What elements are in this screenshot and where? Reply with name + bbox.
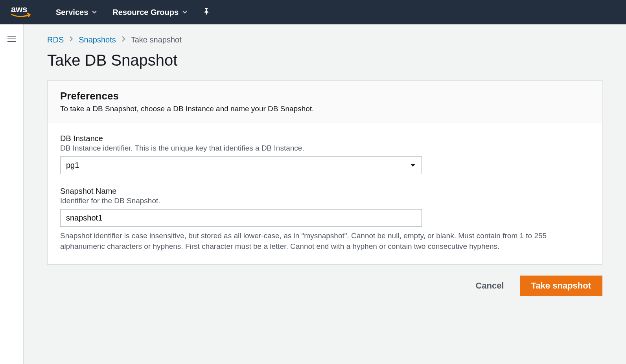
preferences-panel: Preferences To take a DB Snapshot, choos… bbox=[47, 80, 602, 265]
actions-row: Cancel Take snapshot bbox=[47, 276, 602, 296]
breadcrumb: RDS Snapshots Take snapshot bbox=[47, 35, 602, 44]
top-navigation: aws Services Resource Groups bbox=[0, 0, 626, 24]
page-title: Take DB Snapshot bbox=[47, 51, 602, 69]
chevron-down-icon bbox=[182, 9, 187, 15]
db-instance-label: DB Instance bbox=[60, 134, 589, 143]
db-instance-group: DB Instance DB Instance identifier. This… bbox=[60, 134, 589, 174]
snapshot-name-constraint: Snapshot identifier is case insensitive,… bbox=[60, 231, 589, 252]
nav-services-label: Services bbox=[56, 8, 88, 17]
breadcrumb-current: Take snapshot bbox=[131, 35, 182, 44]
snapshot-name-input[interactable] bbox=[60, 209, 422, 227]
preferences-description: To take a DB Snapshot, choose a DB Insta… bbox=[60, 105, 589, 113]
cancel-button[interactable]: Cancel bbox=[468, 276, 512, 296]
take-snapshot-button[interactable]: Take snapshot bbox=[520, 276, 602, 296]
nav-services[interactable]: Services bbox=[56, 8, 97, 17]
hamburger-icon[interactable] bbox=[7, 34, 16, 364]
svg-text:aws: aws bbox=[11, 4, 28, 14]
db-instance-select-wrap: pg1 bbox=[60, 156, 422, 174]
aws-logo[interactable]: aws bbox=[11, 4, 40, 21]
layout: RDS Snapshots Take snapshot Take DB Snap… bbox=[0, 24, 626, 364]
main-content: RDS Snapshots Take snapshot Take DB Snap… bbox=[24, 24, 626, 364]
snapshot-name-description: Identifier for the DB Snapshot. bbox=[60, 197, 589, 205]
breadcrumb-snapshots[interactable]: Snapshots bbox=[79, 35, 116, 44]
chevron-right-icon bbox=[69, 36, 73, 44]
panel-header: Preferences To take a DB Snapshot, choos… bbox=[48, 81, 602, 123]
chevron-right-icon bbox=[122, 36, 125, 44]
nav-resource-groups[interactable]: Resource Groups bbox=[112, 8, 187, 17]
snapshot-name-label: Snapshot Name bbox=[60, 187, 589, 196]
nav-resource-groups-label: Resource Groups bbox=[112, 8, 179, 17]
snapshot-name-group: Snapshot Name Identifier for the DB Snap… bbox=[60, 187, 589, 252]
aws-logo-icon: aws bbox=[11, 4, 40, 21]
panel-body: DB Instance DB Instance identifier. This… bbox=[48, 123, 602, 264]
chevron-down-icon bbox=[92, 9, 97, 15]
breadcrumb-rds[interactable]: RDS bbox=[47, 35, 64, 44]
pin-icon[interactable] bbox=[203, 8, 210, 17]
sidebar-toggle-panel bbox=[0, 24, 24, 364]
db-instance-select[interactable]: pg1 bbox=[60, 156, 422, 174]
db-instance-description: DB Instance identifier. This is the uniq… bbox=[60, 144, 589, 153]
preferences-heading: Preferences bbox=[60, 90, 589, 102]
